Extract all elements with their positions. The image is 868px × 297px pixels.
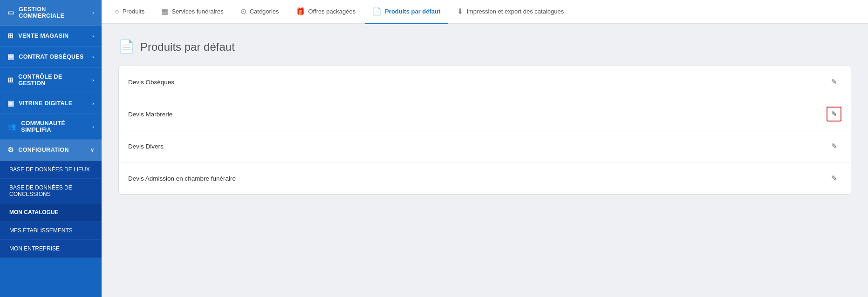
table-row: Devis Obsèques✎ — [119, 66, 851, 98]
sidebar-item-label-controle-gestion: CONTRÔLE DE GESTION — [18, 74, 88, 87]
gestion-commerciale-icon: ▭ — [7, 8, 14, 17]
row-devis-divers-edit-button[interactable]: ✎ — [827, 139, 841, 154]
controle-gestion-icon: ⊞ — [7, 76, 14, 84]
produits-par-defaut-tab-icon: 📄 — [372, 7, 382, 16]
row-devis-admission-edit-button[interactable]: ✎ — [827, 171, 841, 186]
offres-packagees-tab-label: Offres packagées — [308, 8, 356, 15]
sidebar-item-vente-magasin[interactable]: ⊞VENTE MAGASIN› — [0, 26, 102, 47]
table-row: Devis Marbrerie✎ — [119, 98, 851, 130]
sidebar-item-controle-gestion[interactable]: ⊞CONTRÔLE DE GESTION› — [0, 68, 102, 93]
vente-magasin-chevron-icon: › — [92, 33, 94, 39]
sidebar-item-configuration[interactable]: ⚙CONFIGURATION∨ — [0, 140, 102, 161]
row-devis-admission-label: Devis Admission en chambre funéraire — [128, 175, 827, 182]
content-area: 📄 Produits par défaut Devis Obsèques✎Dev… — [102, 24, 868, 297]
sidebar-item-contrat-obseques[interactable]: ▤CONTRAT OBSÈQUES› — [0, 47, 102, 68]
tab-categories[interactable]: ⊙Catégories — [233, 0, 287, 24]
configuration-chevron-icon: ∨ — [90, 147, 94, 153]
configuration-icon: ⚙ — [7, 146, 14, 154]
sidebar-subitem-mes-etablissements[interactable]: MES ÉTABLISSEMENTS — [0, 222, 102, 240]
produits-tab-label: Produits — [123, 8, 145, 15]
page-title-row: 📄 Produits par défaut — [118, 39, 851, 54]
tab-produits[interactable]: ○Produits — [107, 0, 152, 24]
row-devis-marbrerie-edit-button[interactable]: ✎ — [827, 107, 841, 122]
sidebar-item-label-vitrine-digitale: VITRINE DIGITALE — [19, 100, 72, 107]
vente-magasin-icon: ⊞ — [7, 32, 14, 40]
sidebar-item-label-gestion-commerciale: GESTION COMMERCIALE — [19, 6, 88, 19]
sidebar-item-vitrine-digitale[interactable]: ▣VITRINE DIGITALE› — [0, 93, 102, 114]
main-content: ○Produits▦Services funéraires⊙Catégories… — [102, 0, 868, 297]
produits-tab-icon: ○ — [115, 7, 119, 16]
page-title: Produits par défaut — [140, 40, 235, 54]
sidebar-subitem-mon-entreprise[interactable]: MON ENTREPRISE — [0, 240, 102, 258]
tabs-bar: ○Produits▦Services funéraires⊙Catégories… — [102, 0, 868, 24]
tab-impression-export[interactable]: ⬇Impression et export des catalogues — [450, 0, 571, 24]
gestion-commerciale-chevron-icon: › — [92, 10, 94, 15]
produits-par-defaut-tab-label: Produits par défaut — [385, 8, 440, 15]
sidebar-item-label-vente-magasin: VENTE MAGASIN — [18, 33, 68, 39]
items-table: Devis Obsèques✎Devis Marbrerie✎Devis Div… — [118, 66, 851, 195]
offres-packagees-tab-icon: 🎁 — [296, 7, 305, 16]
row-devis-marbrerie-label: Devis Marbrerie — [128, 111, 827, 118]
sidebar-subitem-mon-catalogue[interactable]: MON CATALOGUE — [0, 203, 102, 222]
row-devis-obseques-label: Devis Obsèques — [128, 79, 827, 86]
vitrine-digitale-chevron-icon: › — [92, 101, 94, 106]
communaute-simplifia-chevron-icon: › — [92, 124, 94, 129]
sidebar-item-communaute-simplifia[interactable]: 👥COMMUNAUTÉ SIMPLIFIA› — [0, 114, 102, 140]
services-funeraires-tab-icon: ▦ — [161, 7, 168, 16]
table-row: Devis Divers✎ — [119, 130, 851, 162]
tab-services-funeraires[interactable]: ▦Services funéraires — [154, 0, 231, 24]
page-title-icon: 📄 — [118, 39, 135, 54]
communaute-simplifia-icon: 👥 — [7, 122, 16, 131]
sidebar-item-label-contrat-obseques: CONTRAT OBSÈQUES — [19, 54, 83, 60]
tab-offres-packagees[interactable]: 🎁Offres packagées — [288, 0, 363, 24]
sidebar-item-label-configuration: CONFIGURATION — [18, 147, 69, 153]
sidebar-subitem-base-de-donnees-concessions[interactable]: BASE DE DONNÉES DE CONCESSIONS — [0, 179, 102, 203]
contrat-obseques-icon: ▤ — [7, 53, 14, 61]
controle-gestion-chevron-icon: › — [92, 77, 94, 83]
sidebar-item-gestion-commerciale[interactable]: ▭GESTION COMMERCIALE› — [0, 0, 102, 26]
table-row: Devis Admission en chambre funéraire✎ — [119, 162, 851, 194]
row-devis-divers-label: Devis Divers — [128, 143, 827, 150]
vitrine-digitale-icon: ▣ — [7, 99, 14, 108]
impression-export-tab-label: Impression et export des catalogues — [466, 8, 564, 15]
sidebar-subitem-base-de-donnees-lieux[interactable]: BASE DE DONNÉES DE LIEUX — [0, 161, 102, 179]
contrat-obseques-chevron-icon: › — [92, 54, 94, 60]
sidebar: ▭GESTION COMMERCIALE›⊞VENTE MAGASIN›▤CON… — [0, 0, 102, 297]
impression-export-tab-icon: ⬇ — [457, 7, 463, 16]
row-devis-obseques-edit-button[interactable]: ✎ — [827, 74, 841, 89]
services-funeraires-tab-label: Services funéraires — [171, 8, 223, 15]
tab-produits-par-defaut[interactable]: 📄Produits par défaut — [365, 0, 448, 24]
sidebar-item-label-communaute-simplifia: COMMUNAUTÉ SIMPLIFIA — [21, 120, 88, 133]
categories-tab-label: Catégories — [250, 8, 279, 15]
categories-tab-icon: ⊙ — [240, 7, 246, 16]
